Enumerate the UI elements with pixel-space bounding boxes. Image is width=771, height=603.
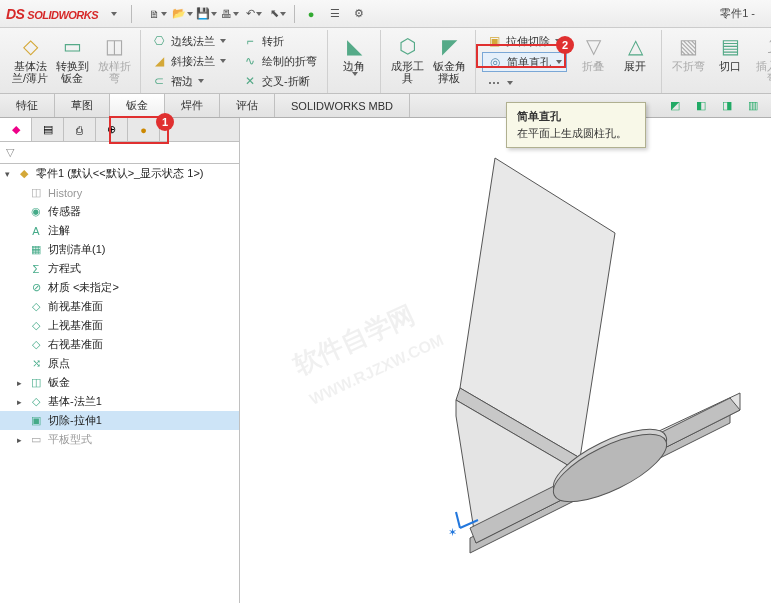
tree-item[interactable]: ▦切割清单(1) [0, 240, 239, 259]
tab-weldments[interactable]: 焊件 [165, 94, 220, 117]
tab-sketch[interactable]: 草图 [55, 94, 110, 117]
tree-item[interactable]: A注解 [0, 221, 239, 240]
tooltip-title: 简单直孔 [517, 109, 635, 124]
view-cube-icon[interactable]: ◩ [665, 97, 685, 115]
view-section-icon[interactable]: ▥ [743, 97, 763, 115]
sketched-bend-button[interactable]: ∿绘制的折弯 [238, 52, 321, 70]
tree-item[interactable]: ⤭原点 [0, 354, 239, 373]
quick-access-toolbar: 🗎 📂 💾 🖶 ↶ ⬉ ● ☰ ⚙ [147, 3, 370, 25]
filter-bar[interactable]: ▽ [0, 142, 239, 164]
rebuild-icon[interactable]: ● [300, 3, 322, 25]
view-display-icon[interactable]: ◨ [717, 97, 737, 115]
app-logo: DS SOLIDWORKS [6, 6, 98, 22]
insert-bends-button[interactable]: ⤴插入折弯 [752, 32, 771, 84]
settings-icon[interactable]: ⚙ [348, 3, 370, 25]
jog-button[interactable]: ⌐转折 [238, 32, 321, 50]
view-toolbar: ◩ ◧ ◨ ▥ [665, 94, 771, 117]
feature-manager-panel: ◆ ▤ ⎙ ⊕ ● ▽ ▾◆零件1 (默认<<默认>_显示状态 1>) ◫His… [0, 118, 240, 603]
undo-icon[interactable]: ↶ [243, 3, 265, 25]
tree-item[interactable]: ◇上视基准面 [0, 316, 239, 335]
hem-button[interactable]: ⊂褶边 [147, 72, 230, 90]
command-tabs: 特征 草图 钣金 焊件 评估 SOLIDWORKS MBD ◩ ◧ ◨ ▥ [0, 94, 771, 118]
graphics-viewport[interactable]: ✶ 软件自学网WWW.RJZXW.COM [240, 118, 771, 603]
tab-mbd[interactable]: SOLIDWORKS MBD [275, 94, 410, 117]
tree-item[interactable]: ◇前视基准面 [0, 297, 239, 316]
tree-item[interactable]: ◫History [0, 183, 239, 202]
content-area: ◆ ▤ ⎙ ⊕ ● ▽ ▾◆零件1 (默认<<默认>_显示状态 1>) ◫His… [0, 118, 771, 603]
options-icon[interactable]: ☰ [324, 3, 346, 25]
ribbon: ◇基体法兰/薄片 ▭转换到钣金 ◫放样折弯 ⎔边线法兰 ◢斜接法兰 ⊂褶边 ⌐转… [0, 28, 771, 94]
tree-root[interactable]: ▾◆零件1 (默认<<默认>_显示状态 1>) [0, 164, 239, 183]
tree-item[interactable]: Σ方程式 [0, 259, 239, 278]
tree-item[interactable]: ▣切除-拉伸1 [0, 411, 239, 430]
tree-item[interactable]: ▸▭平板型式 [0, 430, 239, 449]
property-manager-tab[interactable]: ▤ [32, 118, 64, 141]
forming-tool-button[interactable]: ⬡成形工具 [387, 32, 427, 84]
logo-ds: DS [6, 6, 24, 22]
tab-sheetmetal[interactable]: 钣金 [110, 94, 165, 117]
tree-item[interactable]: ▸◫钣金 [0, 373, 239, 392]
doc-title: 零件1 - [720, 6, 765, 21]
tree-item[interactable]: ▸◇基体-法兰1 [0, 392, 239, 411]
tree-item[interactable]: ⊘材质 <未指定> [0, 278, 239, 297]
tree-item[interactable]: ◉传感器 [0, 202, 239, 221]
open-icon[interactable]: 📂 [171, 3, 193, 25]
edge-flange-button[interactable]: ⎔边线法兰 [147, 32, 230, 50]
model-view: ✶ [240, 118, 770, 603]
menu-dropdown[interactable] [102, 3, 124, 25]
tooltip-body: 在平面上生成圆柱孔。 [517, 126, 635, 141]
lofted-bend-button[interactable]: ◫放样折弯 [94, 32, 134, 84]
corner-button[interactable]: ◣边角 [334, 32, 374, 76]
tab-features[interactable]: 特征 [0, 94, 55, 117]
tooltip: 简单直孔 在平面上生成圆柱孔。 [506, 102, 646, 148]
fold-button[interactable]: ▽折叠 [573, 32, 613, 92]
annotation-box-2 [476, 44, 566, 68]
tree-item[interactable]: ◇右视基准面 [0, 335, 239, 354]
annotation-badge-2: 2 [556, 36, 574, 54]
tab-evaluate[interactable]: 评估 [220, 94, 275, 117]
view-orient-icon[interactable]: ◧ [691, 97, 711, 115]
convert-sheetmetal-button[interactable]: ▭转换到钣金 [52, 32, 92, 84]
cross-break-button[interactable]: ✕交叉-折断 [238, 72, 321, 90]
app-name: SOLIDWORKS [27, 9, 98, 21]
miter-flange-button[interactable]: ◢斜接法兰 [147, 52, 230, 70]
select-icon[interactable]: ⬉ [267, 3, 289, 25]
more-button[interactable]: ⋯ [482, 74, 567, 92]
print-icon[interactable]: 🖶 [219, 3, 241, 25]
title-bar: DS SOLIDWORKS 🗎 📂 💾 🖶 ↶ ⬉ ● ☰ ⚙ 零件1 - [0, 0, 771, 28]
unfold-button[interactable]: △展开 [615, 32, 655, 92]
svg-text:✶: ✶ [448, 526, 457, 538]
feature-tree-tab[interactable]: ◆ [0, 118, 32, 141]
annotation-badge-1: 1 [156, 113, 174, 131]
rip-button[interactable]: ▤切口 [710, 32, 750, 84]
base-flange-button[interactable]: ◇基体法兰/薄片 [10, 32, 50, 84]
new-icon[interactable]: 🗎 [147, 3, 169, 25]
gusset-button[interactable]: ◤钣金角撑板 [429, 32, 469, 84]
save-icon[interactable]: 💾 [195, 3, 217, 25]
config-manager-tab[interactable]: ⎙ [64, 118, 96, 141]
no-bends-button[interactable]: ▧不折弯 [668, 32, 708, 84]
